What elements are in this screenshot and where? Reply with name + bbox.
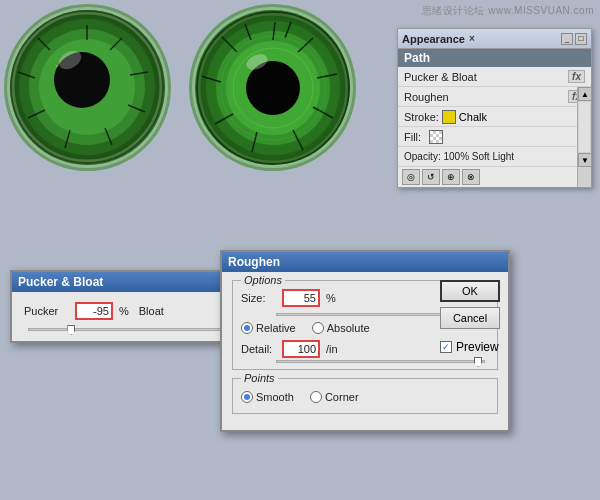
- relative-radio[interactable]: Relative: [241, 322, 296, 334]
- pucker-slider-thumb[interactable]: [67, 325, 75, 335]
- smooth-radio-circle[interactable]: [241, 391, 253, 403]
- pucker-bloat-row: Pucker & Bloat fx: [398, 67, 591, 87]
- detail-slider[interactable]: [276, 360, 485, 363]
- fill-label: Fill:: [404, 131, 421, 143]
- appearance-scrollbar[interactable]: ▲ ▼: [577, 87, 591, 187]
- absolute-label: Absolute: [327, 322, 370, 334]
- ap-btn-2[interactable]: ↺: [422, 169, 440, 185]
- opacity-row: Opacity: 100% Soft Light: [398, 147, 591, 167]
- path-label: Path: [404, 51, 430, 65]
- pucker-bloat-dialog: Pucker & Bloat Pucker -95 % Bloat: [10, 270, 240, 343]
- appearance-title: Appearance: [402, 33, 465, 45]
- preview-row: ✓ Preview: [440, 340, 500, 354]
- stroke-color-name: Chalk: [459, 111, 487, 123]
- ap-btn-3[interactable]: ⊕: [442, 169, 460, 185]
- appearance-title-area: Appearance ×: [402, 33, 475, 45]
- stroke-row: Stroke: Chalk: [398, 107, 591, 127]
- fill-row: Fill:: [398, 127, 591, 147]
- corner-radio-circle[interactable]: [310, 391, 322, 403]
- detail-unit: /in: [326, 343, 338, 355]
- pucker-row: Pucker -95 % Bloat: [24, 302, 226, 320]
- corner-label: Corner: [325, 391, 359, 403]
- absolute-radio[interactable]: Absolute: [312, 322, 370, 334]
- roughen-dialog: Roughen Options Size: 55 %: [220, 250, 510, 432]
- cancel-button[interactable]: Cancel: [440, 307, 500, 329]
- size-input[interactable]: 55: [282, 289, 320, 307]
- smooth-label: Smooth: [256, 391, 294, 403]
- detail-slider-row: [241, 360, 489, 363]
- relative-label: Relative: [256, 322, 296, 334]
- path-header: Path: [398, 49, 591, 67]
- minimize-button[interactable]: _: [561, 33, 573, 45]
- relative-radio-circle[interactable]: [241, 322, 253, 334]
- pucker-label: Pucker: [24, 305, 69, 317]
- appearance-bottom-bar: ◎ ↺ ⊕ ⊗: [398, 167, 591, 187]
- size-unit: %: [326, 292, 336, 304]
- scroll-down-button[interactable]: ▼: [578, 153, 592, 167]
- absolute-radio-circle[interactable]: [312, 322, 324, 334]
- smooth-radio[interactable]: Smooth: [241, 391, 294, 403]
- pucker-bloat-dialog-title: Pucker & Bloat: [18, 275, 103, 289]
- appearance-panel: Appearance × _ □ Path Pucker & Bloat fx …: [397, 28, 592, 188]
- roughen-dialog-buttons: OK Cancel ✓ Preview: [440, 280, 500, 354]
- stroke-color-swatch[interactable]: [442, 110, 456, 124]
- ap-btn-4[interactable]: ⊗: [462, 169, 480, 185]
- options-group-label: Options: [241, 274, 285, 286]
- ap-btn-1[interactable]: ◎: [402, 169, 420, 185]
- detail-slider-thumb[interactable]: [474, 357, 482, 367]
- stroke-label: Stroke:: [404, 111, 439, 123]
- opacity-label: Opacity: 100% Soft Light: [404, 151, 514, 162]
- points-group-label: Points: [241, 372, 278, 384]
- eye-right: [195, 10, 350, 165]
- appearance-titlebar: Appearance × _ □: [398, 29, 591, 49]
- pucker-bloat-body: Pucker -95 % Bloat: [12, 292, 238, 341]
- roughen-dialog-title: Roughen: [228, 255, 280, 269]
- maximize-button[interactable]: □: [575, 33, 587, 45]
- fx-badge-1[interactable]: fx: [568, 70, 585, 83]
- fill-color-swatch[interactable]: [429, 130, 443, 144]
- roughen-label: Roughen: [404, 91, 568, 103]
- scroll-up-button[interactable]: ▲: [578, 87, 592, 101]
- corner-radio[interactable]: Corner: [310, 391, 359, 403]
- bloat-label: Bloat: [139, 305, 164, 317]
- roughen-titlebar: Roughen: [222, 252, 508, 272]
- roughen-row: Roughen fx: [398, 87, 591, 107]
- watermark-text: 思绪设计论坛 www.MISSVUAN.com: [422, 4, 594, 18]
- preview-label: Preview: [456, 340, 499, 354]
- size-label: Size:: [241, 292, 276, 304]
- pucker-bloat-titlebar: Pucker & Bloat: [12, 272, 238, 292]
- appearance-close[interactable]: ×: [469, 33, 475, 44]
- ok-button[interactable]: OK: [440, 280, 500, 302]
- pucker-value-input[interactable]: -95: [75, 302, 113, 320]
- pucker-slider-track[interactable]: [28, 328, 222, 331]
- eye-left: [10, 10, 165, 165]
- pucker-slider-row: [24, 328, 226, 331]
- points-group: Points Smooth Corner: [232, 378, 498, 414]
- smooth-corner-row: Smooth Corner: [241, 391, 489, 403]
- win-controls: _ □: [561, 33, 587, 45]
- pucker-percent: %: [119, 305, 129, 317]
- pucker-bloat-label: Pucker & Bloat: [404, 71, 568, 83]
- detail-label: Detail:: [241, 343, 276, 355]
- eyes-area: [10, 10, 350, 165]
- detail-input[interactable]: 100: [282, 340, 320, 358]
- preview-checkbox[interactable]: ✓: [440, 341, 452, 353]
